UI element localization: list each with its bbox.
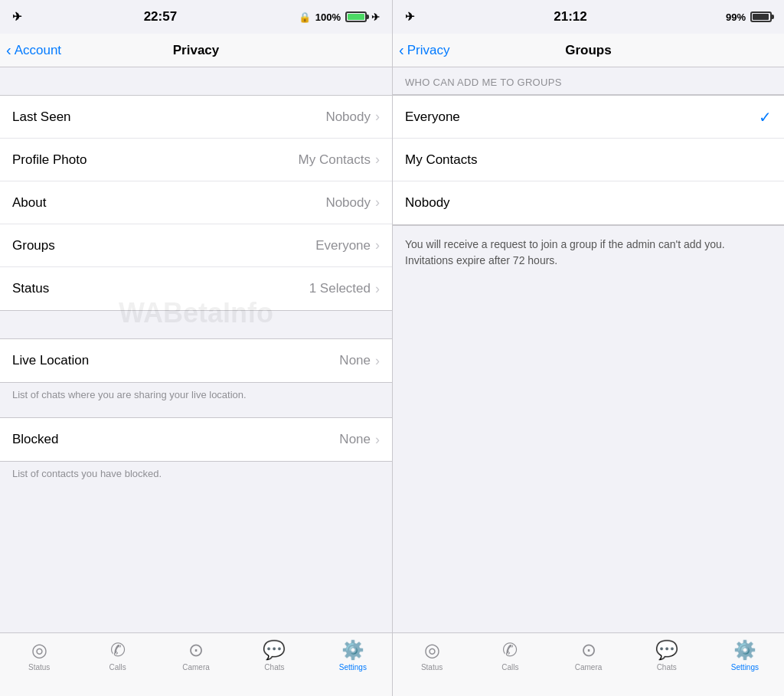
about-row[interactable]: About Nobody › [0,181,392,224]
back-button-left[interactable]: ‹ Account [6,41,61,59]
tab-chats-left[interactable]: 💬 Chats [235,639,313,671]
camera-tab-icon-left: ⊙ [188,639,204,661]
privacy-settings-group: Last Seen Nobody › Profile Photo My Cont… [0,95,392,311]
status-tab-label-right: Status [421,663,443,671]
tab-bar-left: ◎ Status ✆ Calls ⊙ Camera 💬 Chats ⚙️ Set… [0,632,392,696]
nav-title-right: Groups [565,43,611,58]
blocked-group: Blocked None › [0,417,392,462]
status-privacy-label: Status [12,281,49,296]
blocked-chevron: › [375,432,380,448]
options-group: Everyone ✓ My Contacts Nobody [393,95,784,225]
airplane-icon-right: ✈ [405,10,415,24]
profile-photo-value-wrap: My Contacts › [299,152,380,168]
about-label: About [12,195,46,211]
profile-photo-chevron: › [375,152,380,168]
status-row[interactable]: Status 1 Selected › [0,267,392,310]
tab-calls-left[interactable]: ✆ Calls [78,639,156,671]
chats-tab-label-right: Chats [657,663,677,671]
tab-chats-right[interactable]: 💬 Chats [628,639,706,671]
battery-icon-left [345,11,367,22]
tab-camera-left[interactable]: ⊙ Camera [157,639,235,671]
option-nobody-row[interactable]: Nobody [393,181,784,224]
about-chevron: › [375,194,380,211]
tab-status-left[interactable]: ◎ Status [0,639,78,671]
right-icons-left: 🔒 100% ✈ [299,11,380,23]
option-nobody-label: Nobody [405,195,450,211]
status-value: 1 Selected [309,281,371,296]
tab-status-right[interactable]: ◎ Status [393,639,471,671]
status-bar-left: ✈ 22:57 🔒 100% ✈ [0,0,392,34]
status-tab-icon-right: ◎ [424,639,440,661]
last-seen-row[interactable]: Last Seen Nobody › [0,96,392,139]
nav-bar-left: ‹ Account Privacy [0,34,392,67]
about-value: Nobody [325,195,371,211]
airplane2-icon-left: ✈ [371,11,380,23]
status-tab-label-left: Status [28,663,50,671]
last-seen-value-wrap: Nobody › [325,109,380,125]
back-label-right: Privacy [407,43,450,58]
blocked-row[interactable]: Blocked None › [0,418,392,461]
option-everyone-check: ✓ [759,108,772,126]
last-seen-value: Nobody [325,109,371,125]
section-header-right: WHO CAN ADD ME TO GROUPS [393,67,784,95]
battery-percent-right: 99% [726,11,746,23]
camera-tab-icon-right: ⊙ [581,639,596,661]
settings-tab-icon-right: ⚙️ [733,639,756,661]
blocked-description: List of contacts you have blocked. [0,462,392,489]
groups-chevron: › [375,237,380,253]
section-spacer-top-left [0,67,392,95]
option-mycontacts-label: My Contacts [405,152,477,168]
calls-tab-icon-right: ✆ [502,639,518,661]
status-chevron: › [375,281,380,297]
calls-tab-icon-left: ✆ [110,639,126,661]
settings-tab-label-left: Settings [339,663,367,671]
blocked-value-wrap: None › [339,432,380,448]
live-location-group: Live Location None › [0,338,392,383]
profile-photo-row[interactable]: Profile Photo My Contacts › [0,139,392,181]
battery-fill-left [348,14,364,20]
right-panel: ✈ 21:12 99% ‹ Privacy Groups WHO CAN ADD… [392,0,784,696]
left-panel: ✈ 22:57 🔒 100% ✈ ‹ Account Privacy Last … [0,0,392,696]
tab-settings-left[interactable]: ⚙️ Settings [314,639,392,671]
profile-photo-label: Profile Photo [12,152,87,168]
live-location-value: None [339,353,371,368]
status-value-wrap: 1 Selected › [309,281,380,297]
groups-row[interactable]: Groups Everyone › [0,224,392,267]
chats-tab-label-left: Chats [264,663,284,671]
live-location-row[interactable]: Live Location None › [0,339,392,382]
battery-fill-right [753,14,769,20]
time-right: 21:12 [554,9,586,25]
groups-value-wrap: Everyone › [315,237,380,253]
option-mycontacts-row[interactable]: My Contacts [393,139,784,181]
profile-photo-value: My Contacts [299,152,371,168]
blocked-value: None [339,432,371,447]
battery-percent-left: 100% [315,11,341,23]
tab-bar-right: ◎ Status ✆ Calls ⊙ Camera 💬 Chats ⚙️ Set… [393,632,784,696]
info-box-right: You will receive a request to join a gro… [393,225,784,279]
tab-calls-right[interactable]: ✆ Calls [471,639,549,671]
about-value-wrap: Nobody › [325,194,380,211]
section-spacer-mid-left [0,311,392,338]
calls-tab-label-left: Calls [109,663,126,671]
settings-tab-icon-left: ⚙️ [341,639,364,661]
status-tab-icon-left: ◎ [31,639,47,661]
option-everyone-label: Everyone [405,109,460,125]
back-button-right[interactable]: ‹ Privacy [399,41,449,59]
airplane-icon-left: ✈ [12,10,22,24]
section-spacer-sm-left [0,410,392,417]
blocked-label: Blocked [12,432,58,447]
settings-tab-label-right: Settings [731,663,759,671]
calls-tab-label-right: Calls [501,663,518,671]
chats-tab-icon-left: 💬 [263,639,286,661]
live-location-chevron: › [375,353,380,369]
tab-camera-right[interactable]: ⊙ Camera [549,639,627,671]
camera-tab-label-left: Camera [182,663,210,671]
back-label-left: Account [15,43,61,58]
status-bar-right: ✈ 21:12 99% [393,0,784,34]
live-location-description: List of chats where you are sharing your… [0,383,392,410]
tab-settings-right[interactable]: ⚙️ Settings [706,639,784,671]
lock-icon-left: 🔒 [299,11,311,23]
chats-tab-icon-right: 💬 [655,639,678,661]
camera-tab-label-right: Camera [575,663,603,671]
option-everyone-row[interactable]: Everyone ✓ [393,96,784,139]
